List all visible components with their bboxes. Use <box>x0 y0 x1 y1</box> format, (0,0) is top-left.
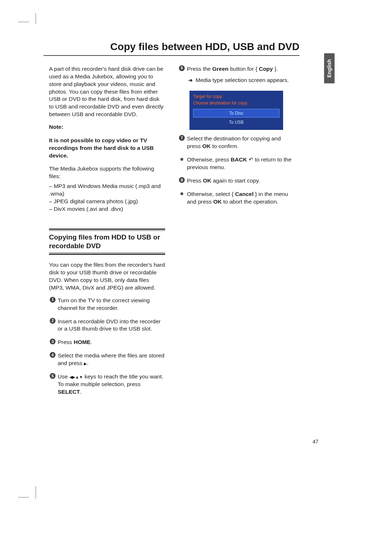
ui-screenshot: Target for copy. Choose destination for … <box>189 91 283 130</box>
screenshot-option-selected: To Disc <box>193 109 279 118</box>
file-type-item: JPEG digital camera photos (.jpg) <box>49 198 165 205</box>
left-column: A part of this recorder's hard disk driv… <box>49 65 165 402</box>
screenshot-title: Target for copy. <box>193 94 279 99</box>
triangle-right-icon <box>72 373 75 381</box>
step-text: Press OK again to start copy. <box>187 177 260 185</box>
step-text: Insert a recordable DVD into the recorde… <box>58 318 165 333</box>
note-text: It is not possible to copy video or TV r… <box>49 137 165 160</box>
result-arrow: ➔ Media type selection screen appears. <box>187 77 294 86</box>
section-divider <box>49 253 165 253</box>
step-number-icon: 3 <box>50 339 56 344</box>
bullet-text: Otherwise, press BACK ↶ to return to the… <box>187 156 294 171</box>
intro-text: A part of this recorder's hard disk driv… <box>49 65 165 118</box>
file-type-item: DivX movies (.avi and .divx) <box>49 205 165 213</box>
right-column: 6 Press the Green button for { Copy }. ➔… <box>178 65 294 402</box>
step-number-icon: 8 <box>179 177 185 183</box>
crop-mark <box>18 22 29 22</box>
step-text: Select the media where the files are sto… <box>58 352 165 367</box>
page-title: Copy files between HDD, USB and DVD <box>44 40 299 56</box>
file-type-item: MP3 and Windows Media music (.mp3 and .w… <box>49 183 165 198</box>
step-5: 5 Use keys to reach the title you want. … <box>49 373 165 398</box>
step-4: 4 Select the media where the files are s… <box>49 352 165 369</box>
step-text: Turn on the TV to the correct viewing ch… <box>58 297 165 312</box>
arrow-right-icon: ➔ <box>188 77 193 84</box>
step-text: Select the destination for copying and p… <box>187 135 294 150</box>
step-text: Press the Green button for { Copy }. <box>187 65 278 73</box>
triangle-left-icon <box>69 373 72 381</box>
step-number-icon: 2 <box>50 318 56 324</box>
note-label: Note: <box>49 123 165 131</box>
step-1: 1 Turn on the TV to the correct viewing … <box>49 297 165 314</box>
back-return-icon: ↶ <box>249 156 253 163</box>
bullet-icon <box>180 192 183 195</box>
section-heading: Copying files from HDD to USB or recorda… <box>49 233 165 250</box>
step-number-icon: 1 <box>50 297 56 303</box>
step-2: 2 Insert a recordable DVD into the recor… <box>49 318 165 335</box>
bullet-item: Otherwise, select { Cancel } in the menu… <box>178 191 294 208</box>
language-tab: English <box>324 53 335 83</box>
triangle-down-icon <box>79 373 83 381</box>
screenshot-option: To USB <box>193 118 279 126</box>
crop-mark <box>36 486 36 499</box>
step-3: 3 Press HOME. <box>49 339 165 348</box>
step-6: 6 Press the Green button for { Copy }. <box>178 65 294 75</box>
page-number: 47 <box>313 438 318 445</box>
section-divider <box>49 230 165 231</box>
section-intro: You can copy the files from the recorder… <box>49 261 165 292</box>
step-number-icon: 6 <box>179 65 185 71</box>
triangle-up-icon <box>75 373 79 381</box>
crop-mark <box>36 13 36 24</box>
step-number-icon: 7 <box>179 135 185 141</box>
supports-text: The Media Jukebox supports the following… <box>49 165 165 180</box>
screenshot-subtitle: Choose destination for copy. <box>193 100 279 106</box>
section-divider <box>49 229 165 230</box>
step-8: 8 Press OK again to start copy. <box>178 177 294 187</box>
step-text: Press HOME. <box>58 339 92 346</box>
section-divider <box>49 254 165 255</box>
bullet-text: Otherwise, select { Cancel } in the menu… <box>187 191 294 206</box>
step-number-icon: 5 <box>50 373 56 379</box>
crop-mark <box>18 497 29 497</box>
step-text: Use keys to reach the title you want. To… <box>58 373 165 396</box>
page-content: Copy files between HDD, USB and DVD Engl… <box>49 40 318 402</box>
bullet-item: Otherwise, press BACK ↶ to return to the… <box>178 156 294 173</box>
bullet-icon <box>180 158 183 161</box>
step-7: 7 Select the destination for copying and… <box>178 135 294 152</box>
result-text: Media type selection screen appears. <box>196 77 289 84</box>
step-number-icon: 4 <box>50 352 56 358</box>
